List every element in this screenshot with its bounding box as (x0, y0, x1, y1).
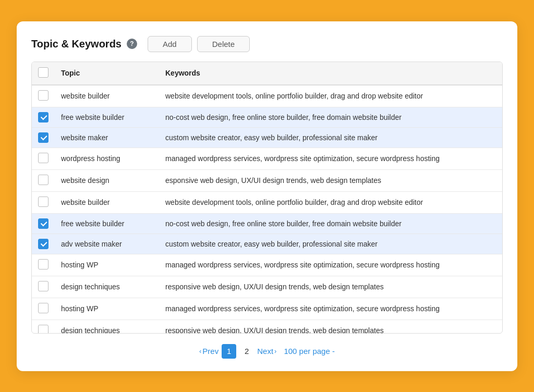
row-checkbox-cell[interactable] (32, 169, 55, 191)
row-keywords: no-cost web design, free online store bu… (159, 107, 502, 127)
table-container: Topic Keywords website builderwebsite de… (31, 62, 503, 334)
table-row: hosting WPmanaged wordpress services, wo… (32, 254, 502, 276)
row-checkbox-cell[interactable] (32, 234, 55, 254)
prev-chevron-icon: ‹ (199, 347, 201, 355)
row-topic: design techniques (55, 320, 159, 333)
row-checkbox-cell[interactable] (32, 298, 55, 320)
row-keywords: managed wordpress services, wordpress si… (159, 148, 502, 169)
header-checkbox-cell[interactable] (32, 62, 55, 85)
table-row: design techniquesresponsive web design, … (32, 320, 502, 333)
table-scroll[interactable]: Topic Keywords website builderwebsite de… (32, 62, 502, 333)
per-page-selector[interactable]: 100 per page - (284, 347, 335, 356)
header-buttons: Add Delete (148, 36, 250, 52)
table-row: hosting WPmanaged wordpress services, wo… (32, 298, 502, 320)
page-title: Topic & Keywords (31, 38, 122, 50)
table-row: website builderwebsite development tools… (32, 191, 502, 213)
row-keywords: managed wordpress services, wordpress si… (159, 254, 502, 276)
row-keywords: website development tools, online portfo… (159, 191, 502, 213)
data-table: Topic Keywords website builderwebsite de… (32, 62, 502, 333)
row-checkbox[interactable] (38, 132, 48, 143)
table-row: wordpress hostingmanaged wordpress servi… (32, 148, 502, 169)
row-checkbox-cell[interactable] (32, 127, 55, 148)
row-checkbox[interactable] (38, 239, 48, 249)
page-2-button[interactable]: 2 (239, 344, 254, 359)
row-keywords: esponsive web design, UX/UI design trend… (159, 169, 502, 191)
row-keywords: custom website creator, easy web builder… (159, 127, 502, 148)
row-topic: wordpress hosting (55, 148, 159, 169)
row-checkbox[interactable] (38, 112, 48, 123)
row-topic: website design (55, 169, 159, 191)
page-1-button[interactable]: 1 (222, 344, 236, 359)
table-row: free website builderno-cost web design, … (32, 107, 502, 127)
row-keywords: responsive web design, UX/UI design tren… (159, 320, 502, 333)
row-checkbox[interactable] (38, 153, 48, 163)
add-button[interactable]: Add (148, 36, 192, 52)
row-topic: website builder (55, 85, 159, 107)
row-keywords: responsive web design, UX/UI design tren… (159, 276, 502, 298)
table-header-row: Topic Keywords (32, 62, 502, 85)
row-checkbox-cell[interactable] (32, 213, 55, 234)
row-checkbox-cell[interactable] (32, 191, 55, 213)
row-checkbox-cell[interactable] (32, 107, 55, 127)
keywords-column-header: Keywords (159, 62, 502, 85)
row-checkbox-cell[interactable] (32, 276, 55, 298)
row-checkbox[interactable] (38, 325, 48, 333)
card-header: Topic & Keywords ? Add Delete (31, 36, 503, 52)
row-keywords: managed wordpress services, wordpress si… (159, 298, 502, 320)
row-checkbox[interactable] (38, 281, 48, 291)
table-row: website designesponsive web design, UX/U… (32, 169, 502, 191)
table-body: website builderwebsite development tools… (32, 85, 502, 333)
row-checkbox[interactable] (38, 197, 48, 207)
row-topic: adv website maker (55, 234, 159, 254)
table-row: free website builderno-cost web design, … (32, 213, 502, 234)
row-topic: design techniques (55, 276, 159, 298)
row-topic: hosting WP (55, 298, 159, 320)
row-checkbox-cell[interactable] (32, 254, 55, 276)
select-all-checkbox[interactable] (38, 67, 48, 78)
row-checkbox-cell[interactable] (32, 320, 55, 333)
topic-column-header: Topic (55, 62, 159, 85)
next-chevron-icon: › (274, 347, 276, 355)
row-topic: free website builder (55, 213, 159, 234)
row-checkbox[interactable] (38, 303, 48, 313)
row-keywords: no-cost web design, free online store bu… (159, 213, 502, 234)
row-topic: free website builder (55, 107, 159, 127)
table-row: adv website makercustom website creator,… (32, 234, 502, 254)
help-icon[interactable]: ? (127, 39, 137, 49)
row-checkbox[interactable] (38, 218, 48, 229)
pagination: ‹ Prev 1 2 Next › 100 per page - (31, 344, 503, 359)
row-checkbox[interactable] (38, 259, 48, 270)
table-row: website builderwebsite development tools… (32, 85, 502, 107)
row-checkbox-cell[interactable] (32, 148, 55, 169)
prev-button[interactable]: ‹ Prev (199, 347, 219, 356)
row-keywords: custom website creator, easy web builder… (159, 234, 502, 254)
delete-button[interactable]: Delete (197, 36, 250, 52)
next-label: Next (257, 347, 273, 356)
next-button[interactable]: Next › (257, 347, 276, 356)
table-row: design techniquesresponsive web design, … (32, 276, 502, 298)
row-keywords: website development tools, online portfo… (159, 85, 502, 107)
row-checkbox-cell[interactable] (32, 85, 55, 107)
row-topic: website builder (55, 191, 159, 213)
table-row: website makercustom website creator, eas… (32, 127, 502, 148)
row-topic: website maker (55, 127, 159, 148)
row-checkbox[interactable] (38, 175, 48, 185)
row-topic: hosting WP (55, 254, 159, 276)
main-card: Topic & Keywords ? Add Delete Topic Keyw… (17, 21, 517, 371)
prev-label: Prev (202, 347, 219, 356)
row-checkbox[interactable] (38, 90, 48, 101)
